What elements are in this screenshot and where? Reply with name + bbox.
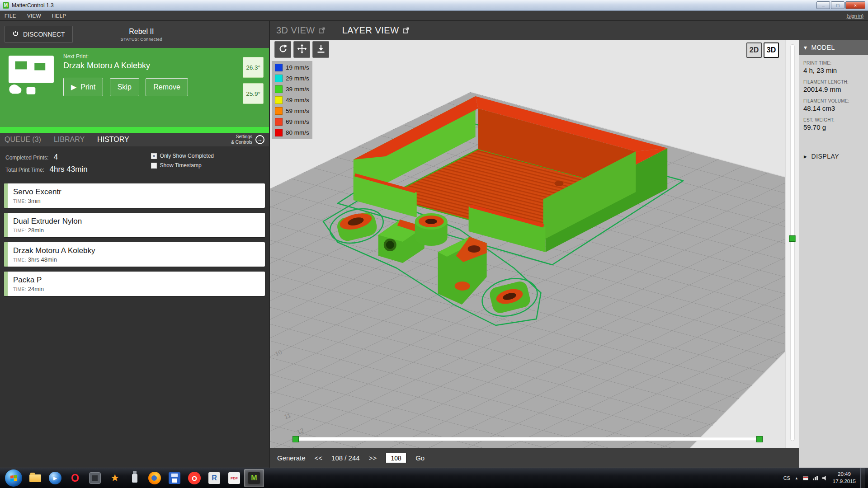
disconnect-button[interactable]: DISCONNECT (5, 26, 73, 43)
popout-icon[interactable] (403, 25, 409, 36)
layer-slider-handle[interactable] (789, 235, 796, 242)
go-button[interactable]: Go (415, 454, 425, 462)
move-view-button[interactable] (293, 41, 310, 58)
system-tray: CS ▲ 20:49 17.9.2015 (783, 468, 866, 488)
firefox-icon (148, 472, 161, 484)
layer-viewport[interactable]: 10 11 12 (270, 40, 799, 448)
drop-to-bed-button[interactable] (312, 41, 329, 58)
only-show-completed-checkbox[interactable]: × Only Show Completed (151, 153, 214, 159)
model-sidebar: ▾ MODEL PRINT TIME: 4 h, 23 min FILAMENT… (799, 40, 868, 468)
layer-number-input[interactable] (386, 453, 406, 463)
legend-swatch (275, 85, 283, 93)
utility-icon (89, 472, 101, 484)
popout-icon[interactable] (319, 25, 325, 36)
taskbar-save-app[interactable] (165, 469, 184, 487)
layer-nav-bar: Generate << 108 / 244 >> Go (270, 448, 799, 468)
completed-prints-label: Completed Prints: (5, 155, 48, 161)
range-handle-end[interactable] (756, 436, 763, 442)
flag-icon[interactable] (803, 476, 808, 480)
total-print-time-label: Total Print Time: (5, 167, 44, 173)
hidden-icons-chevron[interactable]: ▲ (795, 476, 798, 480)
menu-view[interactable]: VIEW (27, 13, 41, 19)
tray-date: 17.9.2015 (833, 478, 856, 485)
app-icon: M (3, 2, 9, 9)
prev-layer-button[interactable]: << (315, 454, 323, 462)
window-titlebar: M MatterControl 1.3 – □ × (0, 0, 868, 11)
printer-identity: Rebel II STATUS: Connected (73, 28, 264, 42)
language-indicator[interactable]: CS (783, 475, 790, 481)
maximize-button[interactable]: □ (831, 1, 844, 9)
legend-swatch (275, 96, 283, 104)
history-item[interactable]: Dual Extruder Nylon TIME:28min (4, 213, 265, 237)
menu-help[interactable]: HELP (52, 13, 66, 19)
floppy-icon (169, 472, 180, 484)
extruder-temp-badge[interactable]: 26.3° (243, 57, 264, 78)
start-button[interactable] (5, 469, 22, 487)
taskbar-opera-2[interactable]: O (184, 469, 204, 487)
tray-time: 20:49 (833, 471, 856, 478)
tab-library[interactable]: LIBRARY (54, 136, 85, 144)
layer-position: 108 / 244 (331, 454, 360, 462)
taskbar-explorer[interactable] (25, 469, 45, 487)
speaker-icon[interactable] (822, 476, 828, 481)
arrow-down-icon (316, 44, 326, 56)
screen: M MatterControl 1.3 – □ × FILE VIEW HELP… (0, 0, 868, 488)
media-player-icon: ▶ (49, 472, 61, 484)
view-tab-bar: 3D VIEW LAYER VIEW (270, 21, 868, 40)
menu-file[interactable]: FILE (5, 13, 16, 19)
taskbar-media-player[interactable]: ▶ (45, 469, 65, 487)
settings-controls-link[interactable]: Settings & Controls → (231, 134, 264, 145)
rotate-view-button[interactable] (274, 41, 291, 58)
taskbar-usb-tool[interactable] (125, 469, 145, 487)
history-item[interactable]: Packa P TIME:24min (4, 272, 265, 296)
bed-temp-badge[interactable]: 25.9° (243, 83, 264, 104)
history-item[interactable]: Drzak Motoru A Kolebky TIME:3hrs 48min (4, 242, 265, 267)
2d-button[interactable]: 2D (746, 42, 762, 58)
taskbar-firefox[interactable] (145, 469, 165, 487)
taskbar-opera[interactable]: O (65, 469, 85, 487)
generate-button[interactable]: Generate (277, 454, 306, 462)
next-layer-button[interactable]: >> (369, 454, 377, 462)
3d-button[interactable]: 3D (764, 42, 779, 58)
est-weight-label: EST. WEIGHT: (803, 117, 863, 122)
taskbar-r-app[interactable]: R (204, 469, 224, 487)
pdf-icon: PDF (228, 472, 240, 484)
minimize-button[interactable]: – (816, 1, 830, 9)
tab-layer-view[interactable]: LAYER VIEW (342, 25, 409, 36)
next-print-label: Next Print: (63, 53, 241, 60)
tab-3d-view[interactable]: 3D VIEW (276, 25, 325, 36)
sign-in-link[interactable]: (sign in) (847, 13, 863, 19)
filament-volume-label: FILAMENT VOLUME: (803, 99, 863, 103)
rotate-icon (278, 44, 288, 56)
taskbar-mattercontrol[interactable]: M (244, 469, 264, 487)
display-section-header[interactable]: ▸ DISPLAY (799, 149, 868, 164)
opera-icon: O (188, 472, 201, 484)
tab-queue[interactable]: QUEUE (3) (5, 136, 41, 144)
layer-slider-vertical[interactable] (790, 44, 794, 441)
skip-button[interactable]: Skip (110, 78, 139, 96)
network-icon[interactable] (813, 476, 818, 480)
legend-swatch (275, 129, 283, 136)
filament-length-label: FILAMENT LENGTH: (803, 80, 863, 84)
taskbar-utility[interactable] (85, 469, 105, 487)
layer-range-slider[interactable] (295, 437, 760, 441)
est-weight-value: 59.70 g (803, 123, 863, 131)
legend-swatch (275, 107, 283, 115)
remove-button[interactable]: Remove (146, 78, 188, 96)
view-area: 3D VIEW LAYER VIEW (270, 21, 868, 468)
print-time-label: PRINT TIME: (803, 61, 863, 66)
taskbar-pdf-app[interactable]: PDF (224, 469, 244, 487)
close-button[interactable]: × (845, 1, 865, 9)
show-timestamp-checkbox[interactable]: Show Timestamp (151, 162, 214, 169)
history-item[interactable]: Servo Excentr TIME:3min (4, 183, 265, 208)
range-handle-start[interactable] (292, 436, 299, 442)
taskbar-star-app[interactable]: ★ (105, 469, 125, 487)
model-section-header[interactable]: ▾ MODEL (799, 40, 868, 55)
print-button[interactable]: ▶ Print (63, 78, 103, 96)
tab-history[interactable]: HISTORY (97, 136, 129, 144)
show-desktop-button[interactable] (860, 468, 865, 488)
menu-bar: FILE VIEW HELP (sign in) (0, 11, 868, 21)
viewport-toolbar (274, 41, 329, 58)
printer-status: STATUS: Connected (73, 37, 210, 42)
clock[interactable]: 20:49 17.9.2015 (833, 471, 856, 485)
